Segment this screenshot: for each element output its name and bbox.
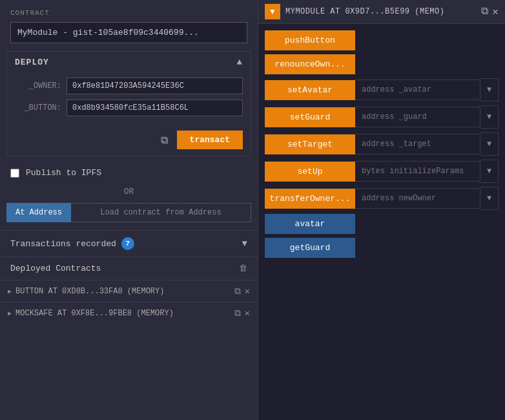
transactions-row: Transactions recorded 7 ▼ (0, 230, 258, 257)
fn-setAvatar-button[interactable]: setAvatar (265, 80, 355, 100)
right-header: ▼ MYMODULE AT 0X9D7...B5E99 (MEMO) ⧉ ✕ (258, 0, 505, 24)
header-title: MYMODULE AT 0X9D7...B5E99 (MEMO) (285, 7, 476, 16)
contract-item-1-left: ▶ MOCKSAFE AT 0XF8E...9FBE8 (MEMORY) (8, 309, 174, 318)
publish-label: Publish to IPFS (26, 168, 101, 178)
owner-input[interactable] (67, 78, 243, 94)
fn-getGuard-button[interactable]: getGuard (265, 238, 355, 258)
copy-contract-1-icon[interactable]: ⧉ (234, 308, 241, 319)
fn-pushButton-button[interactable]: pushButton (265, 30, 355, 50)
at-address-row: At Address Load contract from Address (6, 203, 251, 222)
fn-setAvatar-expand[interactable]: ▼ (480, 78, 499, 101)
header-actions: ⧉ ✕ (481, 5, 499, 18)
triangle-icon-0: ▶ (8, 288, 12, 295)
contract-select[interactable]: MyModule - gist-105ae8f09c3440699... (10, 22, 247, 43)
contract-item-0-right: ⧉ ✕ (234, 286, 250, 297)
function-row-setUp: setUp ▼ (265, 160, 499, 183)
fn-setGuard-expand[interactable]: ▼ (480, 105, 499, 129)
owner-field-row: _OWNER: (15, 78, 243, 94)
contract-item-1-right: ⧉ ✕ (234, 308, 250, 319)
fn-setTarget-expand[interactable]: ▼ (480, 132, 499, 156)
or-divider: OR (0, 183, 258, 200)
deployed-contracts-label: Deployed Contracts (10, 264, 101, 273)
contract-label: CONTRACT (0, 6, 258, 22)
fn-setUp-input[interactable] (355, 161, 480, 182)
fn-setTarget-button[interactable]: setTarget (265, 134, 355, 154)
fn-setUp-expand[interactable]: ▼ (480, 160, 499, 183)
right-panel: ▼ MYMODULE AT 0X9D7...B5E99 (MEMO) ⧉ ✕ p… (258, 0, 505, 420)
deploy-section: DEPLOY ▲ _OWNER: _BUTTON: ⧉ transact (6, 51, 251, 156)
transactions-label: Transactions recorded (10, 239, 116, 249)
button-label: _BUTTON: (15, 103, 67, 112)
at-address-button[interactable]: At Address (6, 203, 71, 222)
function-row-renounceOwn: renounceOwn... (265, 54, 499, 74)
contract-select-wrapper: MyModule - gist-105ae8f09c3440699... (0, 22, 258, 51)
deploy-fields: _OWNER: _BUTTON: (7, 72, 251, 127)
left-panel: CONTRACT MyModule - gist-105ae8f09c34406… (0, 0, 258, 420)
fn-transferOwner-button[interactable]: transferOwner... (265, 189, 355, 209)
fn-transferOwner-expand[interactable]: ▼ (480, 187, 499, 210)
close-header-icon[interactable]: ✕ (492, 5, 499, 18)
load-contract-button[interactable]: Load contract from Address (71, 203, 251, 222)
button-input[interactable] (67, 100, 243, 116)
function-row-getGuard: getGuard (265, 238, 499, 258)
function-row-pushButton: pushButton (265, 30, 499, 50)
copy-deploy-button[interactable]: ⧉ (157, 133, 172, 147)
publish-ipfs-checkbox[interactable] (10, 169, 19, 178)
right-panel-body: pushButton renounceOwn... setAvatar ▼ se… (258, 24, 505, 264)
copy-contract-0-icon[interactable]: ⧉ (234, 286, 241, 297)
close-contract-1-icon[interactable]: ✕ (245, 308, 250, 319)
function-row-transferOwner: transferOwner... ▼ (265, 187, 499, 210)
contract-name-1: MOCKSAFE AT 0XF8E...9FBE8 (MEMORY) (15, 309, 174, 318)
transact-button[interactable]: transact (177, 131, 243, 149)
fn-renounceOwn-button[interactable]: renounceOwn... (265, 54, 355, 74)
deploy-header: DEPLOY ▲ (7, 52, 251, 72)
button-field-row: _BUTTON: (15, 100, 243, 116)
transactions-badge: 7 (121, 237, 134, 250)
triangle-icon-1: ▶ (8, 310, 12, 317)
function-row-setGuard: setGuard ▼ (265, 105, 499, 129)
transactions-left: Transactions recorded 7 (10, 237, 134, 250)
owner-label: _OWNER: (15, 81, 67, 90)
copy-header-icon[interactable]: ⧉ (481, 5, 488, 18)
fn-setAvatar-input[interactable] (355, 79, 480, 100)
function-row-setAvatar: setAvatar ▼ (265, 78, 499, 101)
contract-item-1[interactable]: ▶ MOCKSAFE AT 0XF8E...9FBE8 (MEMORY) ⧉ ✕ (0, 302, 258, 324)
contract-item-0[interactable]: ▶ BUTTON AT 0XD8B...33FA8 (MEMORY) ⧉ ✕ (0, 280, 258, 302)
fn-setUp-button[interactable]: setUp (265, 162, 355, 182)
close-contract-0-icon[interactable]: ✕ (245, 286, 250, 297)
transact-row: ⧉ transact (7, 127, 251, 156)
fn-setGuard-input[interactable] (355, 107, 480, 127)
header-collapse-button[interactable]: ▼ (265, 4, 280, 19)
fn-setGuard-button[interactable]: setGuard (265, 107, 355, 127)
contract-name-0: BUTTON AT 0XD8B...33FA8 (MEMORY) (15, 287, 164, 296)
contract-item-0-left: ▶ BUTTON AT 0XD8B...33FA8 (MEMORY) (8, 287, 164, 296)
deployed-contracts-row: Deployed Contracts 🗑 (0, 257, 258, 280)
publish-row: Publish to IPFS (0, 163, 258, 183)
function-row-avatar: avatar (265, 214, 499, 234)
trash-icon[interactable]: 🗑 (239, 264, 247, 273)
deploy-chevron-icon[interactable]: ▲ (237, 57, 243, 67)
transactions-chevron-icon[interactable]: ▼ (242, 238, 247, 249)
function-row-setTarget: setTarget ▼ (265, 132, 499, 156)
fn-setTarget-input[interactable] (355, 134, 480, 154)
fn-avatar-button[interactable]: avatar (265, 214, 355, 234)
deploy-title: DEPLOY (15, 58, 49, 67)
fn-transferOwner-input[interactable] (355, 188, 480, 209)
